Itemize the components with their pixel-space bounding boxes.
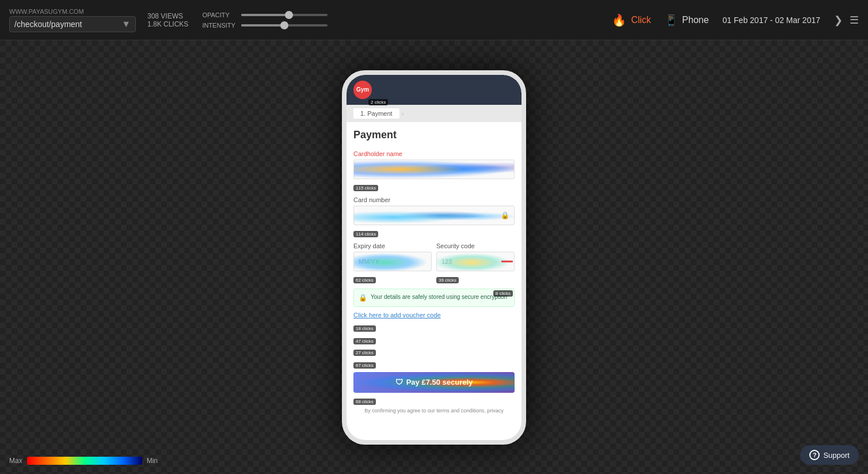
support-label: Support — [823, 451, 850, 460]
pay-btn-wrapper: 67 clicks 🛡 Pay £7.50 securely 68 clicks — [353, 359, 515, 405]
phone-body: Payment Cardholder name 115 clicks Card … — [347, 122, 521, 420]
toolbar-left: WWW.PAYASUGYM.COM /checkout/payment ▼ — [9, 8, 136, 32]
intensity-slider-row: INTENSITY — [202, 22, 328, 29]
opacity-thumb[interactable] — [285, 11, 293, 19]
cardnum-input[interactable]: 🔒 — [353, 206, 515, 225]
expiry-field: Expiry date MM/YY 62 clicks — [353, 242, 432, 284]
click-mode-label: Click — [631, 15, 651, 25]
breadcrumb-arrow: › — [402, 110, 404, 117]
cardnum-field-wrapper: Card number 🔒 114 clicks — [353, 196, 515, 238]
cardholder-field-wrapper: Cardholder name 115 clicks — [353, 150, 515, 192]
expiry-clicks-badge: 62 clicks — [353, 277, 376, 283]
clicks-stat: 1.8K CLICKS — [147, 20, 188, 28]
share-icon[interactable]: ❯ — [834, 14, 843, 26]
dropdown-arrow-icon[interactable]: ▼ — [121, 19, 131, 29]
badge-row-2: 27 clicks — [353, 346, 515, 357]
toolbar-stats: 308 VIEWS 1.8K CLICKS — [147, 12, 188, 28]
cardnum-label: Card number — [353, 196, 515, 203]
heatmap-legend: Max Min — [9, 457, 158, 465]
main-content: Gym 2 clicks 1. Payment › Payment Cardho… — [0, 40, 868, 474]
security-message: 🔒 Your details are safely stored using s… — [353, 289, 515, 307]
gym-logo: Gym — [353, 81, 372, 99]
page-path-container[interactable]: /checkout/payment ▼ — [9, 16, 136, 32]
opacity-fill — [241, 14, 289, 16]
clicks-badge-47: 47 clicks — [353, 338, 376, 344]
support-icon: ? — [809, 450, 820, 460]
phone-header: Gym 2 clicks — [347, 75, 521, 105]
clicks-badge-27: 27 clicks — [353, 350, 376, 356]
voucher-link[interactable]: Click here to add voucher code — [353, 312, 515, 318]
intensity-thumb[interactable] — [280, 21, 288, 29]
lock-green-icon: 🔒 — [359, 294, 367, 302]
legend-min-label: Min — [147, 457, 158, 465]
views-stat: 308 VIEWS — [147, 12, 188, 20]
opacity-slider-track[interactable] — [241, 14, 328, 16]
site-url: WWW.PAYASUGYM.COM — [9, 8, 136, 15]
security-clicks-badge: 39 clicks — [436, 277, 459, 283]
voucher-clicks-badge: 18 clicks — [353, 325, 376, 332]
header-clicks-badge: 2 clicks — [368, 99, 388, 105]
opacity-slider-row: OPACITY — [202, 12, 328, 18]
expiry-placeholder: MM/YY — [359, 258, 379, 265]
page-path: /checkout/payment — [14, 20, 117, 29]
intensity-label: INTENSITY — [202, 22, 237, 29]
lock-icon: 🔒 — [501, 211, 509, 219]
security-field: Security code 123 39 clicks — [436, 242, 515, 284]
pay-button[interactable]: 🛡 Pay £7.50 securely — [353, 372, 515, 393]
legend-gradient — [27, 457, 142, 465]
phone-inner[interactable]: Gym 2 clicks 1. Payment › Payment Cardho… — [347, 75, 521, 440]
security-msg-clicks-badge: 8 clicks — [493, 290, 513, 297]
expiry-label: Expiry date — [353, 242, 432, 249]
terms-text: By confirming you agree to our terms and… — [353, 408, 515, 414]
click-mode-button[interactable]: 🔥 Click — [612, 13, 651, 27]
expiry-security-row: Expiry date MM/YY 62 clicks Security cod… — [353, 242, 515, 284]
security-input[interactable]: 123 — [436, 252, 515, 271]
slider-group: OPACITY INTENSITY — [202, 12, 328, 29]
cardnum-heatmap — [354, 206, 514, 225]
security-placeholder: 123 — [441, 258, 452, 265]
security-msg-text: Your details are safely stored using sec… — [371, 294, 507, 300]
pay-btn-label: Pay £7.50 securely — [406, 378, 473, 386]
date-range: 01 Feb 2017 - 02 Mar 2017 — [722, 16, 820, 25]
opacity-label: OPACITY — [202, 12, 237, 18]
intensity-slider-track[interactable] — [241, 24, 328, 26]
breadcrumb-step1: 1. Payment — [353, 108, 399, 119]
cardholder-label: Cardholder name — [353, 150, 515, 157]
expiry-input[interactable]: MM/YY — [353, 252, 432, 271]
breadcrumb-bar: 1. Payment › — [347, 105, 521, 122]
cardholder-input[interactable] — [353, 160, 515, 179]
toolbar-icons: ❯ ☰ — [834, 14, 859, 26]
payment-title: Payment — [353, 129, 515, 141]
phone-icon: 📱 — [665, 14, 677, 26]
clicks-badge-68: 68 clicks — [353, 399, 376, 405]
security-red-bar — [501, 260, 513, 262]
voucher-wrapper: Click here to add voucher code 18 clicks — [353, 312, 515, 332]
phone-mode-button[interactable]: 📱 Phone — [665, 14, 709, 26]
cardnum-clicks-badge: 114 clicks — [353, 231, 378, 237]
support-button[interactable]: ? Support — [800, 445, 859, 465]
fire-icon: 🔥 — [612, 13, 626, 27]
phone-mockup: Gym 2 clicks 1. Payment › Payment Cardho… — [342, 70, 526, 445]
shield-icon: 🛡 — [395, 378, 403, 386]
menu-icon[interactable]: ☰ — [850, 14, 859, 26]
phone-mode-label: Phone — [682, 15, 709, 25]
clicks-badge-67: 67 clicks — [353, 362, 376, 369]
badge-row-1: 47 clicks — [353, 335, 515, 345]
legend-max-label: Max — [9, 457, 22, 465]
intensity-fill — [241, 24, 284, 26]
toolbar: WWW.PAYASUGYM.COM /checkout/payment ▼ 30… — [0, 0, 868, 40]
security-label: Security code — [436, 242, 515, 249]
cardholder-heatmap — [354, 160, 514, 179]
cardholder-clicks-badge: 115 clicks — [353, 185, 378, 191]
toolbar-right: 🔥 Click 📱 Phone 01 Feb 2017 - 02 Mar 201… — [612, 13, 859, 27]
